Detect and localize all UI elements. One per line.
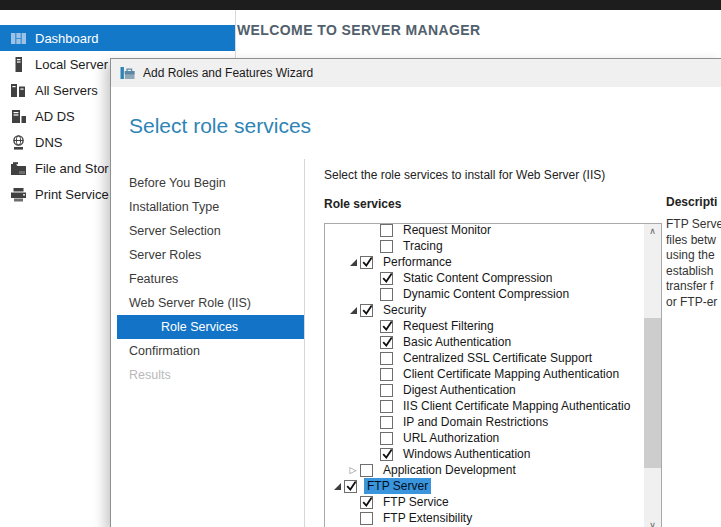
wizard-step-role-services[interactable]: Role Services bbox=[117, 315, 304, 339]
checkbox-checked[interactable] bbox=[380, 448, 393, 461]
sidebar-item-file-and-stor[interactable]: File and Stor bbox=[0, 155, 112, 181]
tree-item-label: Request Filtering bbox=[400, 318, 497, 334]
sidebar-item-label: DNS bbox=[35, 135, 62, 150]
expander-spacer bbox=[366, 399, 380, 413]
wizard-step-results: Results bbox=[117, 363, 304, 387]
tree-item-dynamic-content-compression[interactable]: Dynamic Content Compression bbox=[325, 286, 642, 302]
expander-spacer bbox=[366, 415, 380, 429]
sidebar-item-label: File and Stor bbox=[35, 161, 109, 176]
sidebar-item-label: Dashboard bbox=[35, 31, 99, 46]
checkbox-checked[interactable] bbox=[360, 256, 373, 269]
roles-toolbox-icon bbox=[120, 66, 135, 80]
tree-item-digest-authentication[interactable]: Digest Authentication bbox=[325, 382, 642, 398]
checkbox-checked[interactable] bbox=[360, 496, 373, 509]
wizard-step-web-server-role-iis[interactable]: Web Server Role (IIS) bbox=[117, 291, 304, 315]
tree-item-application-development[interactable]: ▷Application Development bbox=[325, 462, 642, 478]
expander-spacer bbox=[366, 287, 380, 301]
checkbox-unchecked[interactable] bbox=[360, 512, 373, 525]
welcome-banner: WELCOME TO SERVER MANAGER bbox=[237, 22, 481, 38]
tree-item-iis-client-certificate-mapping-authenticatio[interactable]: IIS Client Certificate Mapping Authentic… bbox=[325, 398, 642, 414]
tree-item-ftp-server[interactable]: FTP Server bbox=[325, 478, 642, 494]
sidebar-divider bbox=[235, 10, 236, 58]
role-services-tree: Request MonitorTracingPerformanceStatic … bbox=[324, 223, 662, 527]
expander-spacer bbox=[366, 223, 380, 237]
print-services-icon bbox=[10, 186, 27, 203]
checkbox-checked[interactable] bbox=[380, 336, 393, 349]
tree-item-performance[interactable]: Performance bbox=[325, 254, 642, 270]
checkbox-unchecked[interactable] bbox=[380, 432, 393, 445]
role-services-label: Role services bbox=[324, 197, 401, 211]
wizard-step-confirmation[interactable]: Confirmation bbox=[117, 339, 304, 363]
tree-item-centralized-ssl-certificate-support[interactable]: Centralized SSL Certificate Support bbox=[325, 350, 642, 366]
description-line: FTP Serve bbox=[666, 217, 721, 233]
description-line: using the bbox=[666, 248, 721, 264]
checkbox-unchecked[interactable] bbox=[380, 416, 393, 429]
tree-item-ftp-service[interactable]: FTP Service bbox=[325, 494, 642, 510]
sidebar-item-dashboard[interactable]: Dashboard bbox=[0, 25, 235, 51]
tree-item-ip-and-domain-restrictions[interactable]: IP and Domain Restrictions bbox=[325, 414, 642, 430]
expanded-triangle-icon[interactable] bbox=[346, 303, 360, 317]
tree-item-tracing[interactable]: Tracing bbox=[325, 238, 642, 254]
scroll-up-icon[interactable]: ∧ bbox=[644, 224, 661, 240]
wizard-step-before-you-begin[interactable]: Before You Begin bbox=[117, 171, 304, 195]
description-text: FTP Servefiles betwusing theestablishtra… bbox=[666, 217, 721, 311]
sidebar-item-label: All Servers bbox=[35, 83, 98, 98]
tree-item-label: Tracing bbox=[400, 238, 446, 254]
checkbox-unchecked[interactable] bbox=[380, 352, 393, 365]
checkbox-unchecked[interactable] bbox=[380, 384, 393, 397]
tree-item-label: Request Monitor bbox=[400, 223, 494, 238]
checkbox-checked[interactable] bbox=[380, 272, 393, 285]
tree-item-label: Centralized SSL Certificate Support bbox=[400, 350, 595, 366]
checkbox-checked[interactable] bbox=[380, 320, 393, 333]
scrollbar-thumb[interactable] bbox=[644, 318, 661, 468]
wizard-step-server-roles[interactable]: Server Roles bbox=[117, 243, 304, 267]
scroll-down-icon[interactable]: ∨ bbox=[644, 518, 661, 527]
expander-spacer bbox=[366, 351, 380, 365]
checkbox-unchecked[interactable] bbox=[360, 464, 373, 477]
tree-item-url-authorization[interactable]: URL Authorization bbox=[325, 430, 642, 446]
instruction-text: Select the role services to install for … bbox=[324, 168, 605, 182]
dns-icon bbox=[10, 134, 27, 151]
sidebar-item-all-servers[interactable]: All Servers bbox=[0, 77, 112, 103]
sidebar-item-print-service[interactable]: Print Service bbox=[0, 181, 112, 207]
checkbox-unchecked[interactable] bbox=[380, 240, 393, 253]
tree-item-basic-authentication[interactable]: Basic Authentication bbox=[325, 334, 642, 350]
collapsed-triangle-icon[interactable]: ▷ bbox=[346, 463, 360, 477]
tree-item-label: IIS Client Certificate Mapping Authentic… bbox=[400, 398, 633, 414]
checkbox-unchecked[interactable] bbox=[380, 400, 393, 413]
tree-item-request-monitor[interactable]: Request Monitor bbox=[325, 223, 642, 238]
sidebar-item-label: Local Server bbox=[35, 57, 108, 72]
tree-item-label: Application Development bbox=[380, 462, 519, 478]
checkbox-unchecked[interactable] bbox=[380, 288, 393, 301]
expander-spacer bbox=[366, 335, 380, 349]
tree-scrollbar[interactable]: ∧ ∨ bbox=[644, 224, 661, 527]
checkbox-checked[interactable] bbox=[344, 480, 357, 493]
sidebar-item-label: AD DS bbox=[35, 109, 75, 124]
window-top-bar bbox=[0, 0, 721, 10]
sidebar-item-dns[interactable]: DNS bbox=[0, 129, 112, 155]
tree-item-windows-authentication[interactable]: Windows Authentication bbox=[325, 446, 642, 462]
wizard-step-nav: Before You BeginInstallation TypeServer … bbox=[117, 171, 304, 387]
expanded-triangle-icon[interactable] bbox=[346, 255, 360, 269]
checkbox-unchecked[interactable] bbox=[380, 368, 393, 381]
dialog-title-bar[interactable]: Add Roles and Features Wizard bbox=[111, 59, 721, 87]
sidebar-item-local-server[interactable]: Local Server bbox=[0, 51, 112, 77]
page-title: Select role services bbox=[129, 114, 311, 138]
wizard-step-installation-type[interactable]: Installation Type bbox=[117, 195, 304, 219]
tree-item-client-certificate-mapping-authentication[interactable]: Client Certificate Mapping Authenticatio… bbox=[325, 366, 642, 382]
checkbox-checked[interactable] bbox=[360, 304, 373, 317]
expander-spacer bbox=[366, 447, 380, 461]
tree-item-label: Digest Authentication bbox=[400, 382, 519, 398]
wizard-step-server-selection[interactable]: Server Selection bbox=[117, 219, 304, 243]
tree-item-request-filtering[interactable]: Request Filtering bbox=[325, 318, 642, 334]
tree-item-ftp-extensibility[interactable]: FTP Extensibility bbox=[325, 510, 642, 526]
checkbox-unchecked[interactable] bbox=[380, 224, 393, 237]
expander-spacer bbox=[366, 319, 380, 333]
expander-spacer bbox=[366, 271, 380, 285]
tree-item-security[interactable]: Security bbox=[325, 302, 642, 318]
expander-spacer bbox=[346, 495, 360, 509]
wizard-step-features[interactable]: Features bbox=[117, 267, 304, 291]
expanded-triangle-icon[interactable] bbox=[330, 479, 344, 493]
tree-item-static-content-compression[interactable]: Static Content Compression bbox=[325, 270, 642, 286]
sidebar-item-ad-ds[interactable]: AD DS bbox=[0, 103, 112, 129]
